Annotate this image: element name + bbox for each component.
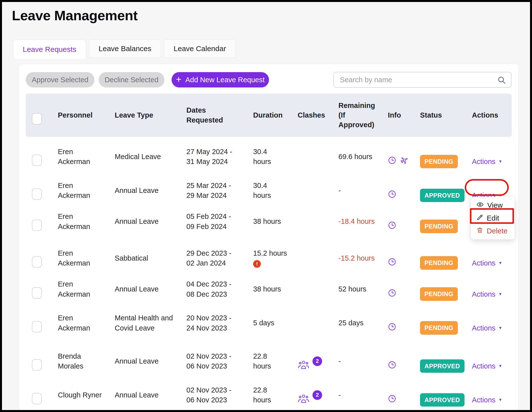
remaining-cell: - — [338, 185, 388, 195]
actions-label: Actions — [472, 157, 495, 166]
clashes-cell — [298, 181, 338, 200]
info-cell — [388, 211, 420, 232]
leave-management-screen: Leave Management Leave Requests Leave Ba… — [0, 0, 532, 412]
actions-dropdown-button[interactable]: Actions ▼ — [472, 289, 502, 299]
clashes-cell — [298, 147, 338, 166]
clash-count-badge[interactable]: 2 — [312, 356, 322, 366]
row-checkbox[interactable] — [32, 188, 42, 200]
remaining-cell: - — [338, 356, 388, 366]
info-cell — [388, 146, 420, 167]
remaining-cell: 52 hours — [338, 284, 388, 294]
duration-value: 30.4 hours — [253, 182, 271, 199]
duration-cell: 5 days ! — [253, 308, 298, 338]
search-icon[interactable] — [497, 76, 506, 85]
header-status: Status — [420, 110, 472, 120]
actions-label: Actions — [472, 361, 495, 371]
menu-item-label: Delete — [487, 227, 508, 235]
checkbox-cell — [32, 349, 58, 373]
clock-icon[interactable] — [388, 312, 396, 333]
clock-icon[interactable] — [388, 351, 396, 371]
actions-dropdown-button[interactable]: Actions ▼ — [472, 157, 502, 166]
table-body: Eren Ackerman Medical Leave 27 May 2024 … — [26, 137, 512, 408]
table-row: Eren Ackerman Annual Leave 05 Feb 2024 -… — [26, 205, 512, 238]
clashes-cell — [298, 211, 338, 231]
search-input[interactable] — [333, 72, 511, 88]
table-row: Eren Ackerman Medical Leave 27 May 2024 … — [26, 137, 512, 171]
status-cell: PENDING — [420, 311, 472, 335]
actions-dropdown-button[interactable]: Actions ▼ — [472, 258, 502, 268]
info-cell — [388, 180, 420, 201]
add-new-leave-request-button[interactable]: + Add New Leave Request — [172, 72, 269, 87]
status-badge: PENDING — [420, 287, 458, 301]
clashes-cell — [298, 279, 338, 299]
duration-value: 38 hours — [253, 285, 281, 293]
actions-cell: Actions ▼ — [472, 385, 512, 405]
leave-type-cell: Medical Leave — [115, 152, 186, 162]
actions-cell: Actions ▼ — [472, 147, 512, 166]
tab-label: Leave Requests — [23, 45, 76, 54]
tab[interactable]: Leave Calendar — [164, 40, 236, 58]
header-personnel: Personnel — [58, 110, 115, 120]
info-cell — [388, 351, 420, 371]
remaining-cell: -18.4 hours — [338, 216, 388, 226]
duration-cell: 15.2 hours ! — [253, 238, 298, 278]
search-box — [333, 72, 511, 88]
personnel-cell: Eren Ackerman — [58, 248, 115, 268]
annotation-box-edit — [470, 208, 514, 224]
decline-selected-button[interactable]: Decline Selected — [99, 72, 164, 87]
actions-dropdown-button[interactable]: Actions ▼ — [472, 323, 502, 333]
clash-count-badge[interactable]: 2 — [312, 390, 322, 400]
actions-dropdown-button[interactable]: Actions ▼ — [472, 361, 502, 371]
row-checkbox[interactable] — [32, 220, 42, 231]
checkbox-cell — [32, 383, 58, 407]
chevron-down-icon: ▼ — [498, 364, 502, 368]
tab[interactable]: Leave Balances — [89, 40, 161, 58]
table-row: Eren Ackerman Annual Leave 25 Mar 2024 -… — [26, 171, 512, 205]
status-badge: PENDING — [420, 256, 458, 270]
clashes-cell: 2 — [298, 374, 338, 412]
duration-value: 5 days — [253, 319, 274, 327]
status-cell: PENDING — [420, 277, 472, 301]
clock-icon[interactable] — [388, 279, 396, 299]
personnel-cell: Eren Ackerman — [58, 313, 115, 333]
clock-icon[interactable] — [388, 385, 396, 405]
tab[interactable]: Leave Requests — [13, 40, 86, 59]
page-title: Leave Management — [12, 7, 138, 23]
approve-selected-button[interactable]: Approve Selected — [26, 72, 94, 87]
header-duration: Duration — [253, 110, 298, 120]
select-all-checkbox[interactable] — [32, 113, 42, 124]
personnel-cell: Eren Ackerman — [58, 279, 115, 299]
clock-icon[interactable] — [388, 180, 396, 201]
clock-icon[interactable] — [388, 211, 396, 232]
actions-dropdown-button[interactable]: Actions ▼ — [472, 395, 502, 405]
row-checkbox[interactable] — [32, 155, 42, 166]
tab-label: Leave Calendar — [174, 44, 226, 53]
chevron-down-icon: ▼ — [498, 261, 502, 265]
leave-type-cell: Annual Leave — [115, 216, 186, 226]
row-checkbox[interactable] — [32, 359, 42, 371]
clock-icon[interactable] — [388, 146, 396, 167]
dates-requested-cell: 25 Mar 2024 - 29 Mar 2024 — [186, 181, 253, 200]
status-cell: APPROVED — [420, 179, 472, 202]
leave-type-cell: Annual Leave — [115, 356, 186, 366]
actions-cell: Actions ▼ — [472, 313, 512, 333]
leave-type-cell: Annual Leave — [115, 390, 186, 400]
personnel-cell: Clough Ryner — [58, 390, 115, 400]
duration-value: 22.8 hours — [253, 352, 271, 370]
clock-icon[interactable] — [388, 248, 396, 268]
personnel-cell: Eren Ackerman — [58, 181, 115, 200]
header-actions: Actions — [472, 110, 512, 120]
row-checkbox[interactable] — [32, 393, 42, 404]
checkbox-cell — [32, 209, 58, 233]
leave-type-cell: Annual Leave — [115, 284, 186, 294]
row-checkbox[interactable] — [32, 287, 42, 299]
row-checkbox[interactable] — [32, 321, 42, 332]
actions-label: Actions — [472, 289, 495, 299]
remaining-cell: - — [338, 390, 388, 400]
status-badge: PENDING — [420, 321, 458, 335]
menu-item-delete[interactable]: Delete — [471, 225, 514, 237]
plane-icon[interactable] — [400, 146, 409, 167]
row-checkbox[interactable] — [32, 256, 42, 268]
duration-cell: 38 hours ! — [253, 274, 298, 304]
tab-label: Leave Balances — [99, 44, 152, 53]
